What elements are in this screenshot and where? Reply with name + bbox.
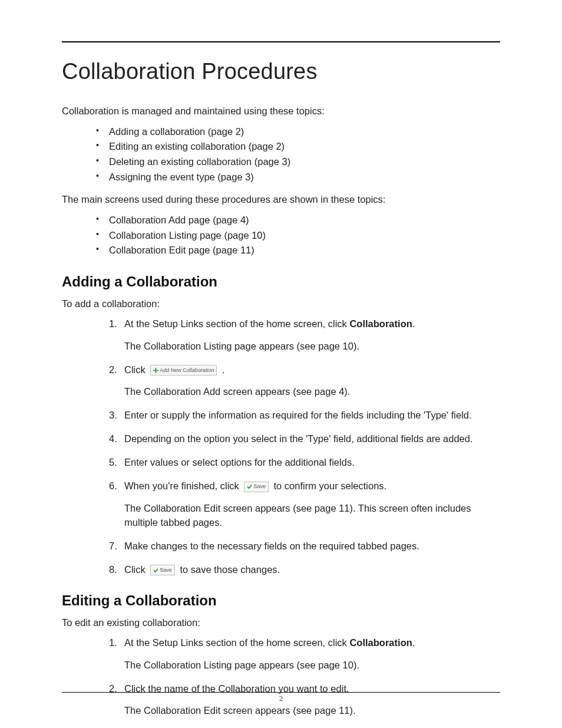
step-item: Enter or supply the information as requi… (109, 409, 500, 423)
step-text: Click (124, 364, 148, 375)
step-item: At the Setup Links section of the home s… (109, 317, 500, 354)
page-title: Collaboration Procedures (62, 59, 500, 84)
button-label: Add New Collaboration (160, 368, 214, 373)
plus-icon (153, 368, 158, 373)
step-subtext: The Collaboration Edit screen appears (s… (124, 502, 500, 530)
section-heading-editing: Editing a Collaboration (62, 592, 500, 609)
step-subtext: The Collaboration Listing page appears (… (124, 340, 500, 354)
list-item: Collaboration Listing page (page 10) (96, 228, 500, 243)
bottom-rule (62, 692, 500, 693)
bold-term: Collaboration (349, 637, 412, 648)
list-item: Deleting an existing collaboration (page… (96, 154, 500, 170)
step-text: At the Setup Links section of the home s… (124, 637, 349, 648)
list-item: Editing an existing collaboration (page … (96, 139, 500, 154)
intro-paragraph-1: Collaboration is managed and maintained … (62, 104, 500, 118)
step-item: Click Save to save those changes. (109, 563, 500, 577)
step-text: to save those changes. (180, 564, 280, 575)
editing-steps: At the Setup Links section of the home s… (109, 636, 500, 728)
add-new-collaboration-button: Add New Collaboration (150, 365, 217, 375)
section-heading-adding: Adding a Collaboration (62, 274, 500, 290)
list-item: Adding a collaboration (page 2) (96, 124, 500, 140)
step-subtext: The Collaboration Listing page appears (… (124, 658, 500, 673)
button-label: Save (253, 484, 266, 489)
step-item: When you're finished, click Save to conf… (109, 479, 500, 530)
page-number: 2 (0, 694, 562, 703)
list-item: Collaboration Edit page (page 11) (96, 243, 500, 258)
topic-list: Adding a collaboration (page 2) Editing … (96, 124, 500, 185)
step-subtext: The Collaboration Add screen appears (se… (124, 385, 500, 399)
document-page: Collaboration Procedures Collaboration i… (0, 0, 562, 728)
adding-steps: At the Setup Links section of the home s… (109, 317, 500, 577)
section-lead: To edit an existing collaboration: (62, 616, 500, 630)
list-item: Assigning the event type (page 3) (96, 170, 500, 185)
step-text: to confirm your selections. (274, 480, 387, 491)
step-text: . (412, 318, 415, 329)
step-item: Click Add New Collaboration . The Collab… (109, 363, 500, 400)
step-text: . (222, 364, 225, 375)
step-item: Depending on the option you select in th… (109, 432, 500, 446)
step-item: Enter values or select options for the a… (109, 456, 500, 470)
check-icon (153, 568, 158, 573)
check-icon (247, 484, 252, 489)
intro-paragraph-2: The main screens used during these proce… (62, 193, 500, 207)
step-text: Click (124, 564, 148, 575)
save-button: Save (244, 482, 269, 492)
step-item: Make changes to the necessary fields on … (109, 539, 500, 554)
step-text: When you're finished, click (124, 480, 242, 491)
top-rule (62, 41, 500, 42)
step-subtext: The Collaboration Edit screen appears (s… (124, 704, 500, 718)
svg-rect-1 (153, 370, 158, 371)
screens-list: Collaboration Add page (page 4) Collabor… (96, 213, 500, 258)
step-text: At the Setup Links section of the home s… (124, 318, 349, 329)
bold-term: Collaboration (349, 318, 412, 329)
section-lead: To add a collaboration: (62, 297, 500, 311)
button-label: Save (160, 568, 172, 573)
step-text: . (412, 637, 415, 648)
save-button: Save (150, 565, 175, 575)
list-item: Collaboration Add page (page 4) (96, 213, 500, 228)
step-item: At the Setup Links section of the home s… (109, 636, 500, 673)
